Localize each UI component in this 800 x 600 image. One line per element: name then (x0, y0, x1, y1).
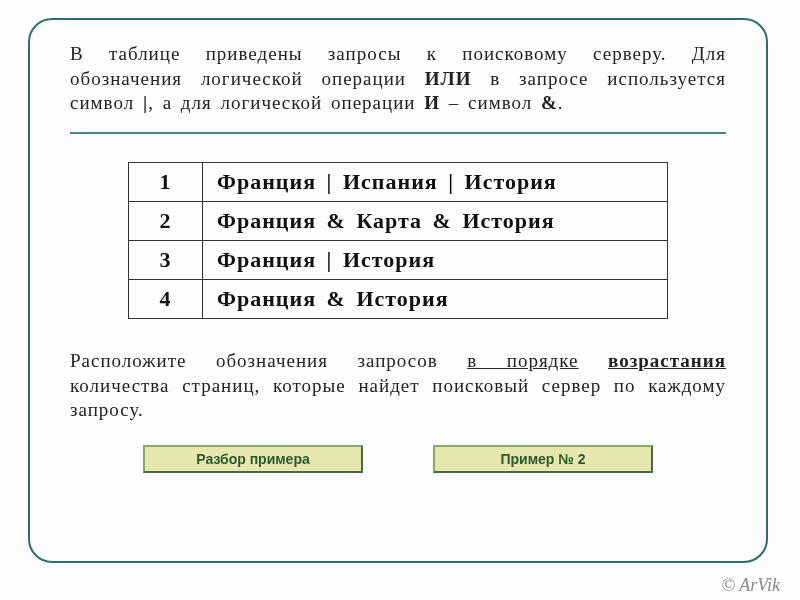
instr-underline-bold: возрастания (608, 350, 726, 371)
intro-bold-ili: ИЛИ (425, 68, 472, 89)
instr-part: Расположите обозначения запросов (70, 350, 467, 371)
example-analysis-button[interactable]: Разбор примера (143, 445, 363, 473)
row-number: 4 (129, 280, 203, 319)
intro-bold-i: И (424, 92, 440, 113)
row-query: Франция & Карта & История (203, 202, 668, 241)
instruction-text: Расположите обозначения запросов в поряд… (70, 349, 726, 423)
instr-part (578, 350, 608, 371)
instr-part: количества страниц, которые найдет поиск… (70, 375, 726, 421)
content-frame: В таблице приведены запросы к поисковому… (28, 18, 768, 563)
intro-part: – символ (440, 92, 541, 113)
queries-table: 1 Франция | Испания | История 2 Франция … (128, 162, 668, 319)
example-2-button[interactable]: Пример № 2 (433, 445, 653, 473)
intro-text: В таблице приведены запросы к поисковому… (70, 42, 726, 116)
row-number: 2 (129, 202, 203, 241)
intro-part: . (558, 92, 564, 113)
table-row: 3 Франция | История (129, 241, 668, 280)
divider (70, 132, 726, 134)
table-row: 1 Франция | Испания | История (129, 163, 668, 202)
row-query: Франция | Испания | История (203, 163, 668, 202)
instr-underline: в порядке (467, 350, 578, 371)
row-number: 1 (129, 163, 203, 202)
table-row: 2 Франция & Карта & История (129, 202, 668, 241)
intro-part: , а для логической операции (148, 92, 424, 113)
copyright: © ArVik (722, 575, 781, 596)
table-row: 4 Франция & История (129, 280, 668, 319)
row-query: Франция | История (203, 241, 668, 280)
intro-bold-amp: & (541, 92, 558, 113)
row-query: Франция & История (203, 280, 668, 319)
button-row: Разбор примера Пример № 2 (70, 445, 726, 473)
row-number: 3 (129, 241, 203, 280)
